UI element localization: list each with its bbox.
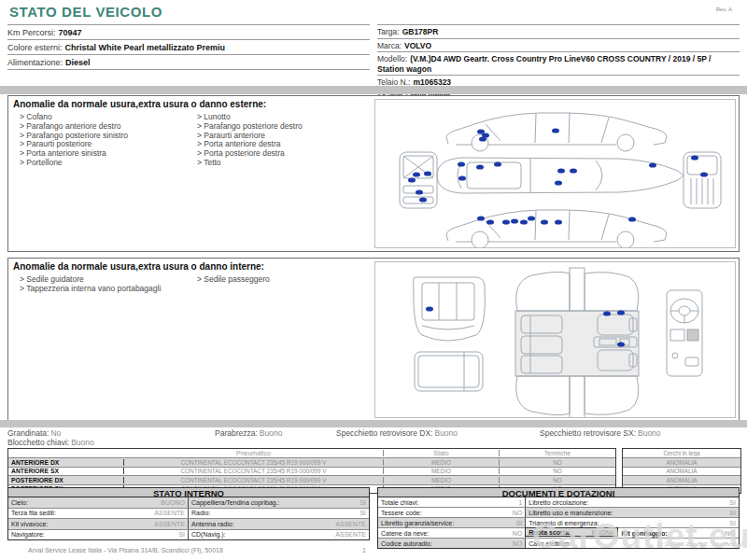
exterior-anomalies-box: Anomalie da normale usura,extra usura o … — [7, 95, 740, 252]
exterior-anomalies-list-right: > Lunotto > Parafango posteriore destro … — [197, 113, 367, 168]
documenti-table: DOCUMENTI E DOTAZIONI Totale chiavi:1 Li… — [377, 487, 740, 549]
list-item: > Tetto — [197, 159, 367, 168]
condition-parabrezza: Parabrezza:Buono — [215, 428, 282, 438]
table-row: Totale chiavi:1 Libretto circolazione:SI — [378, 497, 739, 507]
stato-interno-title: STATO INTERNO — [7, 487, 370, 497]
interior-anomalies-box: Anomalie da normale usura,extra usura o … — [7, 258, 740, 422]
footer-doc-id: ID 1c79fk2-25gv5b2 , Gbv78cvf — [657, 541, 736, 547]
footer-company: Arval Service Lease Italia - Via Pisana … — [28, 547, 223, 553]
info-row-colore: Colore esterni:Christal White Pearl meta… — [7, 40, 370, 55]
interior-anomalies-list-right: > Sedile passeggero — [197, 275, 367, 285]
rear-view — [684, 152, 721, 208]
stato-interno-table: STATO INTERNO Cielo:BUONO Cappelliera/Te… — [7, 487, 370, 540]
car-interior-diagram — [375, 262, 735, 417]
tire-table-header: Pneumatico Stato Termiche — [8, 449, 615, 457]
vehicle-info-left: Km Percorsi:70947 Colore esterni:Christa… — [7, 24, 370, 70]
info-row-alimentazione: Alimentazione:Diesel — [7, 55, 370, 70]
interior-anomalies-list-left: > Sedile guidatore > Tappezzeria interna… — [20, 275, 190, 294]
table-row: ANOMALIA — [623, 467, 740, 476]
column-header-stato: Stato — [384, 450, 500, 456]
info-row-modello: Modello:(V.M.)D4 AWD Geartr. Cross Count… — [377, 52, 740, 76]
condition-specchietto-dx: Specchietto retrovisore DX:Buono — [336, 428, 458, 438]
table-row: Catene da neve:NO Ruota scorta:BUONA Kit… — [378, 527, 739, 538]
exterior-anomalies-title: Anomalie da normale usura,extra usura o … — [13, 99, 266, 109]
rims-table-header: Cerchi in lega — [623, 449, 740, 457]
plan-view — [437, 158, 684, 193]
list-item: > Tappezzeria interna vano portabagagli — [20, 285, 190, 294]
table-row: ANOMALIA — [623, 457, 740, 467]
side-view-bottom — [446, 210, 667, 247]
table-row: POSTERIORE DX CONTINENTAL ECOCONTACT 235… — [8, 475, 615, 484]
table-row: Tessere code:NO Libretto uso e manutenzi… — [378, 507, 739, 517]
interior-damage-diagram — [374, 261, 736, 418]
column-header-pneumatico: Pneumatico — [124, 450, 384, 456]
table-row: ANTERIORE DX CONTINENTAL ECOCONTACT 235/… — [8, 457, 615, 467]
page-title: STATO DEL VEICOLO — [9, 4, 162, 20]
exterior-damage-diagram — [374, 99, 736, 248]
divider-bar-bottom — [0, 420, 747, 427]
table-row: Cielo:BUONO Cappelliera/Tendina copribag… — [8, 497, 369, 508]
footer-page-number: 1 — [362, 547, 366, 553]
front-view — [400, 152, 437, 208]
table-row: Terza fila sedili:ASSENTE Radio:SI — [8, 508, 369, 519]
list-item: > Sedile passeggero — [197, 275, 367, 285]
condition-grandinata: Grandinata:No — [7, 428, 61, 438]
condition-specchietto-sx: Specchietto retrovisore SX:Buono — [540, 428, 661, 438]
column-header-cerchi: Cerchi in lega — [623, 450, 740, 456]
info-row-targa: Targa:GB178PR — [377, 25, 740, 39]
rear-window-view — [415, 352, 483, 391]
info-row-km: Km Percorsi:70947 — [7, 25, 370, 40]
car-exterior-diagram — [375, 100, 735, 247]
divider-bar-top — [0, 86, 747, 94]
vehicle-report-page: STATO DEL VEICOLO Rev. A Km Percorsi:709… — [0, 0, 747, 560]
column-header-termiche: Termiche — [500, 450, 615, 456]
table-row: Kit vivavoce:ASSENTE Antenna radio:ASSEN… — [8, 518, 369, 529]
table-row: Libretto garanzia/service:SI Triangolo d… — [378, 517, 739, 527]
dashboard-view — [667, 290, 702, 376]
revision-label: Rev. A — [716, 7, 732, 12]
table-row: ANOMALIA — [623, 475, 740, 484]
exterior-anomalies-list-left: > Cofano > Parafango anteriore destro > … — [20, 113, 190, 168]
condition-blocchetto-chiavi: Blocchetto chiavi:Buono — [7, 438, 94, 447]
list-item: > Porta posteriore destra — [197, 149, 367, 159]
table-row: ANTERIORE SX CONTINENTAL ECOCONTACT 235/… — [8, 467, 615, 476]
info-row-marca: Marca:VOLVO — [377, 39, 740, 53]
list-item: > Portellone — [20, 159, 190, 168]
documenti-title: DOCUMENTI E DOTAZIONI — [377, 487, 740, 497]
trunk-view — [414, 277, 486, 341]
interior-anomalies-title: Anomalie da normale usura,extra usura o … — [13, 261, 264, 272]
table-row: Navigatore:SI CD(Navig.):ASSENTE — [8, 529, 369, 540]
